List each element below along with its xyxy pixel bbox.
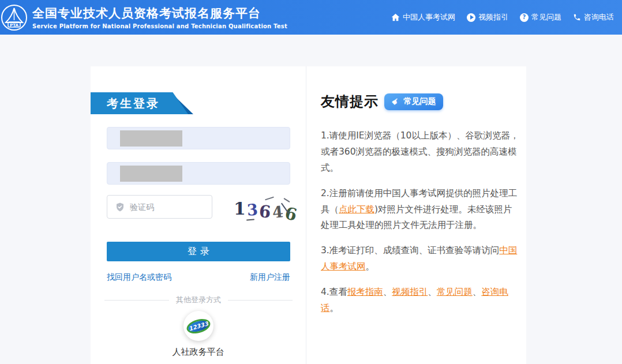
login-button[interactable]: 登录: [107, 242, 290, 261]
other-login-divider: 其他登录方式: [104, 295, 293, 305]
tips-panel: 友情提示 ☛ 常见问题 1.请使用IE浏览器（10以上版本）、谷歌浏览器，或者3…: [306, 66, 529, 364]
other-login-label: 其他登录方式: [176, 295, 221, 305]
faq-button-label: 常见问题: [403, 96, 436, 107]
svg-text:PTA: PTA: [10, 22, 18, 27]
pointing-hand-icon: ☛: [390, 96, 402, 107]
tips-list: 1.请使用IE浏览器（10以上版本）、谷歌浏览器，或者360浏览器的极速模式、搜…: [321, 128, 519, 317]
tip-item: 3.准考证打印、成绩查询、证书查验等请访问中国人事考试网。: [321, 243, 519, 275]
nav-faq[interactable]: ? 常见问题: [520, 12, 561, 22]
brand-text: 全国专业技术人员资格考试报名服务平台 Service Platform for …: [32, 5, 287, 29]
phone-icon: [573, 13, 581, 21]
tip-text: 、: [473, 287, 482, 297]
username-input[interactable]: [107, 127, 290, 149]
nav-video-guide[interactable]: 视频指引: [467, 12, 508, 22]
faq-button[interactable]: ☛ 常见问题: [384, 93, 443, 110]
tip-link[interactable]: 视频指引: [392, 287, 428, 297]
nav-phone[interactable]: 咨询电话: [573, 12, 614, 22]
main-card: 考生登录 13646: [91, 66, 526, 364]
login-panel-banner: 考生登录: [91, 92, 193, 114]
tip-text: 。: [330, 303, 339, 313]
tip-link[interactable]: 点此下载: [339, 204, 374, 215]
tip-text: 3.准考证打印、成绩查询、证书查验等请访问: [321, 245, 499, 256]
redacted-username-value: [120, 130, 182, 147]
tip-text: 、: [428, 287, 437, 297]
alt-login-12333-button[interactable]: 12333: [183, 311, 213, 341]
tips-title: 友情提示: [321, 92, 379, 111]
tip-link[interactable]: 常见问题: [437, 287, 473, 297]
captcha-input-wrap: [107, 195, 212, 219]
nav-label: 咨询电话: [584, 12, 614, 22]
page: PTA 全国专业技术人员资格考试报名服务平台 Service Platform …: [0, 0, 622, 364]
pta-logo-icon: PTA: [1, 4, 28, 31]
header: PTA 全国专业技术人员资格考试报名服务平台 Service Platform …: [0, 0, 622, 35]
tip-item: 2.注册前请使用中国人事考试网提供的照片处理工具（点此下载)对照片文件进行处理。…: [321, 186, 519, 234]
site-title: 全国专业技术人员资格考试报名服务平台: [32, 5, 287, 21]
alt-login-label: 人社政务平台: [91, 347, 306, 358]
redacted-password-value: [120, 166, 182, 182]
login-panel: 考生登录 13646: [91, 66, 306, 364]
divider-line: [104, 300, 169, 301]
home-icon: [391, 13, 400, 21]
tip-item: 1.请使用IE浏览器（10以上版本）、谷歌浏览器，或者360浏览器的极速模式、搜…: [321, 128, 519, 177]
tip-text: 。: [366, 261, 375, 272]
nav-label: 中国人事考试网: [403, 12, 455, 22]
password-input[interactable]: [107, 162, 290, 185]
header-nav: 中国人事考试网 视频指引 ? 常见问题 咨询电话: [391, 12, 614, 22]
shield-check-icon: [115, 202, 125, 212]
question-icon: ?: [520, 13, 529, 22]
new-user-register-link[interactable]: 新用户注册: [250, 272, 290, 283]
captcha-image[interactable]: 13646: [231, 194, 293, 223]
12333-logo-icon: 12333: [185, 316, 212, 336]
login-links: 找回用户名或密码 新用户注册: [107, 272, 290, 283]
nav-label: 常见问题: [531, 12, 561, 22]
divider-line: [228, 300, 293, 301]
play-icon: [467, 13, 475, 22]
nav-china-personnel-exam-site[interactable]: 中国人事考试网: [391, 12, 455, 22]
site-subtitle: Service Platform for National Profession…: [32, 23, 287, 29]
tip-text: 4.查看: [321, 287, 347, 297]
tip-item: 4.查看报考指南、视频指引、常见问题、咨询电话。: [321, 284, 519, 317]
forgot-credentials-link[interactable]: 找回用户名或密码: [107, 272, 171, 283]
tip-text: 1.请使用IE浏览器（10以上版本）、谷歌浏览器，或者360浏览器的极速模式、搜…: [321, 130, 519, 173]
login-panel-title: 考生登录: [107, 92, 160, 114]
captcha-input[interactable]: [130, 202, 193, 212]
tips-header: 友情提示 ☛ 常见问题: [321, 92, 519, 111]
nav-label: 视频指引: [478, 12, 508, 22]
tip-text: 、: [383, 287, 392, 297]
tip-link[interactable]: 报考指南: [347, 287, 383, 297]
